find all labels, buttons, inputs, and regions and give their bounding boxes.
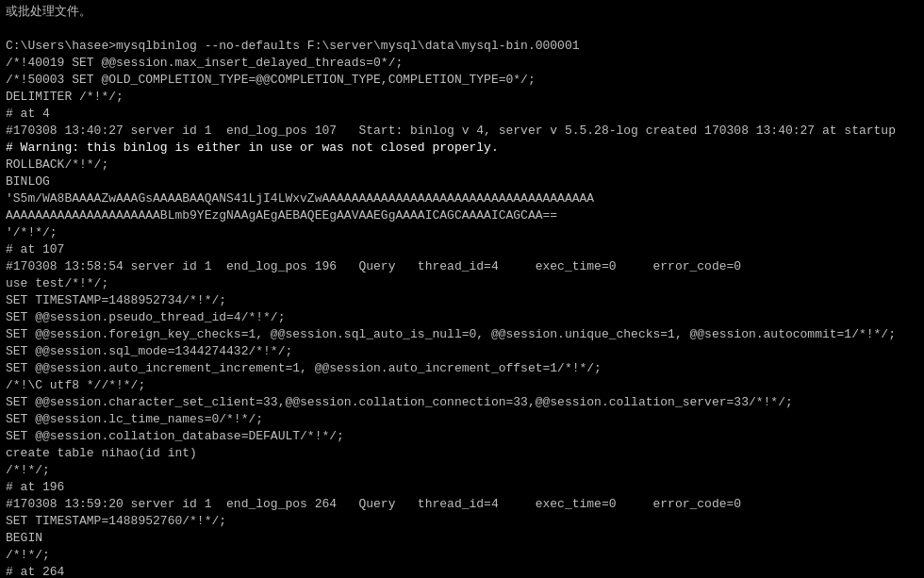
line-query2: #170308 13:59:20 server id 1 end_log_pos… — [6, 496, 918, 513]
line-at264: # at 264 — [6, 564, 918, 578]
line-foreign-key: SET @@session.foreign_key_checks=1, @@se… — [6, 326, 918, 343]
line-pseudo: SET @@session.pseudo_thread_id=4/*!*/; — [6, 309, 918, 326]
line-begin: BEGIN — [6, 530, 918, 547]
line-chinese: 或批处理文件。 — [6, 4, 918, 21]
line-binlog-start: #170308 13:40:27 server id 1 end_log_pos… — [6, 123, 918, 140]
line-create-table: create table nihao(id int) — [6, 445, 918, 462]
line-rollback: ROLLBACK/*!*/; — [6, 157, 918, 173]
line-session2: /*!50003 SET @OLD_COMPLETION_TYPE=@@COMP… — [6, 72, 918, 89]
terminal: 或批处理文件。 C:\Users\hasee>mysqlbinlog --no-… — [0, 0, 924, 578]
line-timestamp2: SET TIMESTAMP=1488952760/*!*/; — [6, 513, 918, 530]
line-charset: SET @@session.character_set_client=33,@@… — [6, 394, 918, 411]
line-lc-time: SET @@session.lc_time_names=0/*!*/; — [6, 411, 918, 428]
line-at107: # at 107 — [6, 241, 918, 258]
line-blank-1 — [6, 21, 918, 38]
line-command: C:\Users\hasee>mysqlbinlog --no-defaults… — [6, 38, 918, 55]
line-binlog: BINLOG — [6, 173, 918, 190]
line-base64-1: 'S5m/WA8BAAAAZwAAAGsAAAABAAQANS41LjI4LWx… — [6, 190, 918, 207]
line-query1: #170308 13:58:54 server id 1 end_log_pos… — [6, 258, 918, 275]
line-use-test: use test/*!*/; — [6, 275, 918, 292]
line-auto-inc: SET @@session.auto_increment_increment=1… — [6, 360, 918, 377]
line-at196: # at 196 — [6, 479, 918, 496]
line-semi2: /*!*/; — [6, 547, 918, 564]
line-at4: # at 4 — [6, 106, 918, 123]
line-sql-mode: SET @@session.sql_mode=1344274432/*!*/; — [6, 343, 918, 360]
line-timestamp1: SET TIMESTAMP=1488952734/*!*/; — [6, 292, 918, 309]
line-utf8: /*!\C utf8 *//*!*/; — [6, 377, 918, 394]
line-quote: '/*!*/; — [6, 224, 918, 241]
line-session1: /*!40019 SET @@session.max_insert_delaye… — [6, 55, 918, 72]
line-semi1: /*!*/; — [6, 462, 918, 479]
line-base64-2: AAAAAAAAAAAAAAAAAAAAABLmb9YEzgNAAgAEgAEB… — [6, 207, 918, 224]
line-delimiter: DELIMITER /*!*/; — [6, 89, 918, 106]
line-collation-db: SET @@session.collation_database=DEFAULT… — [6, 428, 918, 445]
line-warning: # Warning: this binlog is either in use … — [6, 140, 918, 157]
